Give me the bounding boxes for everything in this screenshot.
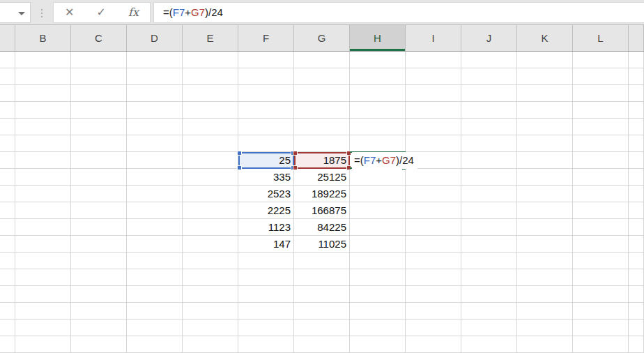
cell-G16[interactable] [294, 303, 350, 320]
cell-E9[interactable] [183, 186, 238, 202]
cell-I6[interactable] [406, 135, 461, 152]
cell-A5[interactable] [0, 119, 15, 135]
cell-E18[interactable] [183, 336, 238, 353]
column-header-L[interactable]: L [573, 25, 629, 51]
cell-B4[interactable] [15, 102, 71, 119]
cell-K14[interactable] [517, 269, 573, 286]
cell-J7[interactable] [461, 152, 517, 169]
cell-D14[interactable] [127, 269, 183, 286]
cell-C5[interactable] [71, 119, 127, 135]
cell-F1[interactable] [238, 52, 294, 68]
cell-F6[interactable] [238, 135, 294, 152]
formula-bar-splitter[interactable] [39, 6, 45, 20]
column-header-H[interactable]: H [350, 25, 406, 51]
enter-icon[interactable]: ✓ [97, 3, 106, 22]
cell-E15[interactable] [183, 286, 238, 303]
cell-D13[interactable] [127, 253, 183, 269]
column-header-K[interactable]: K [517, 25, 573, 51]
cell-B1[interactable] [15, 52, 71, 68]
cell-F10[interactable]: 2225 [238, 202, 294, 219]
cell-G4[interactable] [294, 102, 350, 119]
cell-G18[interactable] [294, 336, 350, 353]
cell-K2[interactable] [517, 68, 573, 85]
cell-K16[interactable] [517, 303, 573, 320]
cell-F8[interactable]: 335 [238, 169, 294, 186]
cell-F7[interactable]: 25 [238, 152, 294, 169]
cell-L18[interactable] [573, 336, 629, 353]
column-header-A[interactable] [0, 25, 15, 51]
cell-D18[interactable] [127, 336, 183, 353]
cell-L1[interactable] [573, 52, 629, 68]
cell-D1[interactable] [127, 52, 183, 68]
cell-H15[interactable] [350, 286, 406, 303]
cell-F9[interactable]: 2523 [238, 186, 294, 202]
column-header-C[interactable]: C [71, 25, 127, 51]
column-header-I[interactable]: I [406, 25, 461, 51]
cell-M17[interactable] [629, 320, 644, 336]
cell-K3[interactable] [517, 85, 573, 102]
cell-I1[interactable] [406, 52, 461, 68]
cell-F12[interactable]: 147 [238, 236, 294, 253]
cell-L9[interactable] [573, 186, 629, 202]
cell-D4[interactable] [127, 102, 183, 119]
cell-M8[interactable] [629, 169, 644, 186]
cell-B3[interactable] [15, 85, 71, 102]
cell-B12[interactable] [15, 236, 71, 253]
column-header-D[interactable]: D [127, 25, 183, 51]
cell-G2[interactable] [294, 68, 350, 85]
cell-B7[interactable] [15, 152, 71, 169]
cell-H17[interactable] [350, 320, 406, 336]
cell-J18[interactable] [461, 336, 517, 353]
cell-F16[interactable] [238, 303, 294, 320]
cell-B9[interactable] [15, 186, 71, 202]
cell-A17[interactable] [0, 320, 15, 336]
cell-G1[interactable] [294, 52, 350, 68]
cell-K9[interactable] [517, 186, 573, 202]
cell-F5[interactable] [238, 119, 294, 135]
cell-C2[interactable] [71, 68, 127, 85]
cell-M15[interactable] [629, 286, 644, 303]
cell-C7[interactable] [71, 152, 127, 169]
cell-K12[interactable] [517, 236, 573, 253]
cell-D16[interactable] [127, 303, 183, 320]
cell-K4[interactable] [517, 102, 573, 119]
cell-G15[interactable] [294, 286, 350, 303]
cell-L7[interactable] [573, 152, 629, 169]
cell-I3[interactable] [406, 85, 461, 102]
cell-B14[interactable] [15, 269, 71, 286]
cell-I10[interactable] [406, 202, 461, 219]
cell-L17[interactable] [573, 320, 629, 336]
cell-H12[interactable] [350, 236, 406, 253]
cell-J10[interactable] [461, 202, 517, 219]
cell-K17[interactable] [517, 320, 573, 336]
insert-function-icon[interactable]: fx [128, 3, 139, 22]
cell-L11[interactable] [573, 219, 629, 236]
cell-H3[interactable] [350, 85, 406, 102]
cell-H8[interactable] [350, 169, 406, 186]
cell-J4[interactable] [461, 102, 517, 119]
cell-K11[interactable] [517, 219, 573, 236]
cell-K5[interactable] [517, 119, 573, 135]
cell-M16[interactable] [629, 303, 644, 320]
cell-M2[interactable] [629, 68, 644, 85]
cell-K1[interactable] [517, 52, 573, 68]
cell-G13[interactable] [294, 253, 350, 269]
cell-D17[interactable] [127, 320, 183, 336]
cell-A8[interactable] [0, 169, 15, 186]
cell-M13[interactable] [629, 253, 644, 269]
cell-C13[interactable] [71, 253, 127, 269]
cell-M11[interactable] [629, 219, 644, 236]
cell-L16[interactable] [573, 303, 629, 320]
cell-B11[interactable] [15, 219, 71, 236]
formula-input[interactable]: =(F7+G7)/24 [153, 2, 644, 23]
cell-H6[interactable] [350, 135, 406, 152]
cell-H16[interactable] [350, 303, 406, 320]
cell-edit-formula-H7[interactable]: =(F7+G7)/24 [352, 152, 417, 169]
cell-D8[interactable] [127, 169, 183, 186]
cell-I5[interactable] [406, 119, 461, 135]
cell-G17[interactable] [294, 320, 350, 336]
cell-D9[interactable] [127, 186, 183, 202]
cell-C9[interactable] [71, 186, 127, 202]
cell-K10[interactable] [517, 202, 573, 219]
cell-J11[interactable] [461, 219, 517, 236]
